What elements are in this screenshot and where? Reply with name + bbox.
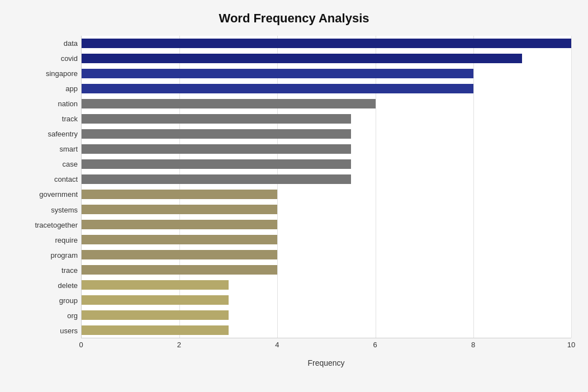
bar-row [82, 66, 571, 81]
x-tick-label: 10 [567, 341, 575, 349]
y-axis-label: users [17, 323, 78, 338]
bar [82, 39, 571, 48]
bar-row [82, 308, 571, 323]
y-axis-label: government [17, 187, 78, 202]
bar [82, 144, 351, 154]
x-axis: 0246810 Frequency [81, 341, 571, 367]
y-axis-label: program [17, 248, 78, 263]
bars-area [81, 36, 571, 338]
bar [82, 250, 277, 259]
bar-row [82, 217, 571, 232]
bar [82, 295, 229, 305]
bar [82, 99, 376, 108]
chart-title: Word Frequency Analysis [17, 11, 571, 26]
grid-line [571, 36, 572, 338]
y-axis-label: singapore [17, 66, 78, 81]
x-ticks-container: 0246810 [81, 341, 571, 354]
bar [82, 54, 522, 63]
x-tick-label: 2 [177, 341, 181, 349]
bar-row [82, 323, 571, 338]
y-axis-label: track [17, 111, 78, 126]
y-axis-label: group [17, 293, 78, 308]
bar [82, 265, 277, 275]
x-tick-label: 8 [471, 341, 475, 349]
bar-row [82, 96, 571, 111]
bar-row [82, 187, 571, 202]
y-axis-label: delete [17, 278, 78, 293]
x-axis-title: Frequency [81, 358, 571, 367]
bar-row [82, 111, 571, 126]
x-tick-label: 0 [79, 341, 83, 349]
bar-row [82, 292, 571, 308]
bar [82, 159, 351, 169]
bar [82, 220, 277, 229]
bar-row [82, 51, 571, 66]
y-axis-label: trace [17, 263, 78, 278]
bar [82, 114, 351, 124]
bar [82, 69, 473, 78]
y-axis-label: data [17, 36, 78, 51]
bar [82, 129, 351, 139]
bar [82, 205, 277, 214]
y-axis-label: org [17, 308, 78, 323]
bar-row [82, 81, 571, 96]
bar-row [82, 141, 571, 157]
bar [82, 310, 229, 320]
y-axis-label: app [17, 81, 78, 96]
y-axis: datacovidsingaporeappnationtracksafeentr… [17, 36, 81, 338]
bar-row [82, 247, 571, 262]
bar-row [82, 172, 571, 187]
y-axis-label: require [17, 233, 78, 248]
bar-row [82, 277, 571, 292]
chart-container: Word Frequency Analysis datacovidsingapo… [0, 0, 588, 392]
y-axis-label: tracetogether [17, 218, 78, 233]
x-tick-label: 4 [275, 341, 279, 349]
bar-row [82, 262, 571, 277]
y-axis-label: covid [17, 51, 78, 66]
y-axis-label: nation [17, 96, 78, 111]
bar [82, 174, 351, 184]
bar [82, 325, 229, 335]
bar [82, 84, 473, 93]
bars-container [82, 36, 571, 338]
y-axis-label: safeentry [17, 126, 78, 141]
y-axis-label: contact [17, 172, 78, 187]
chart-area: datacovidsingaporeappnationtracksafeentr… [17, 36, 571, 338]
bar-row [82, 126, 571, 141]
bar-row [82, 232, 571, 247]
bar [82, 190, 277, 199]
bar [82, 235, 277, 244]
bar-row [82, 157, 571, 172]
bar [82, 280, 229, 290]
y-axis-label: systems [17, 202, 78, 218]
y-axis-label: case [17, 157, 78, 172]
x-tick-label: 6 [373, 341, 377, 349]
bar-row [82, 36, 571, 51]
y-axis-label: smart [17, 141, 78, 157]
bar-row [82, 202, 571, 217]
